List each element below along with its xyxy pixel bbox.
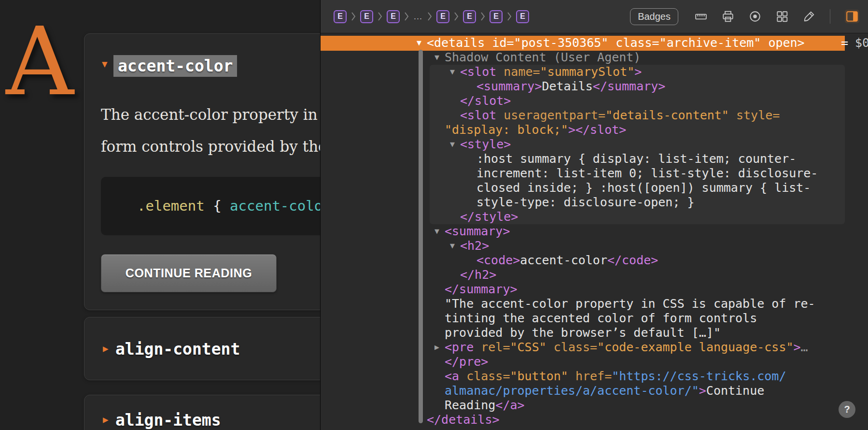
element-badge-icon[interactable]: E	[463, 10, 476, 23]
help-button[interactable]: ?	[839, 401, 855, 418]
dom-tree-row[interactable]: :host summary { display: list-item; coun…	[321, 152, 868, 166]
dom-tree-row[interactable]: </h2>	[321, 268, 868, 282]
breadcrumb: EEE…EEEE	[334, 10, 529, 23]
dom-tree-row[interactable]: ▼<summary>	[321, 224, 868, 239]
dom-tree-row-text: tinting the accented color of form contr…	[445, 311, 757, 326]
dom-tree-row-text: <details id="post-350365" class="archive…	[427, 36, 805, 50]
disclosure-expanded-icon[interactable]: ▼	[434, 50, 439, 65]
devtools-toolbar: EEE…EEEE Badges	[321, 0, 868, 33]
dom-tree-row[interactable]: ▼Shadow Content (User Agent)	[321, 50, 868, 65]
breadcrumb-ellipsis[interactable]: …	[413, 11, 423, 22]
sidebar-toggle-icon[interactable]	[845, 10, 859, 23]
dom-tree-row[interactable]: <a class="button" href="https://css-tric…	[321, 369, 868, 384]
grid-icon[interactable]	[776, 10, 788, 23]
toolbar-icon-group	[695, 9, 859, 24]
dom-tree-row-text: </h2>	[460, 268, 496, 282]
dom-tree-row-text: <a class="button" href="https://css-tric…	[445, 369, 786, 384]
dom-tree-row-text: </summary>	[445, 282, 518, 297]
dom-tree-row[interactable]: "The accent-color property in CSS is cap…	[321, 297, 868, 311]
disclosure-expanded-icon[interactable]: ▼	[450, 137, 455, 152]
dom-tree-row-text: </pre>	[445, 355, 488, 369]
dom-tree-row[interactable]: Reading</a>	[321, 398, 868, 413]
dom-tree-row[interactable]: </pre>	[321, 355, 868, 369]
brush-icon[interactable]	[803, 10, 815, 23]
dom-tree-row[interactable]: style-type: disclosure-open; }	[321, 195, 868, 210]
dom-tree-row-text: </details>	[427, 413, 500, 427]
dom-tree-row-text: Reading</a>	[445, 398, 525, 413]
element-badge-icon[interactable]: E	[516, 10, 529, 23]
badges-button[interactable]: Badges	[630, 8, 678, 25]
dom-tree-row[interactable]: <summary>Details</summary>	[321, 79, 868, 94]
dom-tree-row-text: <code>accent-color</code>	[476, 253, 658, 268]
breadcrumb-separator-icon	[480, 11, 485, 22]
dom-tree-row-text: increment: list-item 0; list-style: disc…	[476, 166, 818, 181]
dom-tree-row-text: <style>	[460, 137, 511, 152]
element-badge-icon[interactable]: E	[490, 10, 503, 23]
dom-tree-row-text: Shadow Content (User Agent)	[445, 50, 641, 65]
disclosure-expanded-icon[interactable]: ▼	[434, 224, 439, 239]
dom-tree-row[interactable]: closed inside; } :host([open]) summary {…	[321, 181, 868, 195]
devtools-panel: EEE…EEEE Badges	[320, 0, 868, 430]
dom-tree-row[interactable]: </details>	[321, 413, 868, 427]
breadcrumb-separator-icon	[378, 11, 382, 22]
dom-tree-row[interactable]: </summary>	[321, 282, 868, 297]
dom-tree-row-selected[interactable]: ▼<details id="post-350365" class="archiv…	[321, 36, 845, 51]
element-badge-icon[interactable]: E	[387, 10, 400, 23]
breadcrumb-separator-icon	[351, 11, 356, 22]
continue-reading-button[interactable]: CONTINUE READING	[101, 254, 277, 292]
dom-tree-row[interactable]: ▼<h2>	[321, 239, 868, 253]
dom-tree-row-text: </style>	[460, 210, 518, 224]
dom-tree-row-text: <h2>	[460, 239, 489, 253]
dom-tree-row-text: style-type: disclosure-open; }	[476, 195, 695, 210]
code-selector: .element	[137, 198, 205, 214]
dom-tree-row-text: </slot>	[460, 94, 511, 108]
dom-tree-row-text: <slot name="summarySlot">	[460, 65, 642, 79]
section-letter: A	[6, 14, 74, 109]
disclosure-expanded-icon[interactable]: ▼	[417, 36, 421, 50]
dom-tree-row[interactable]: </style>	[321, 210, 868, 224]
breadcrumb-separator-icon	[404, 11, 409, 22]
card-title[interactable]: align-content	[115, 340, 240, 358]
details-marker-icon[interactable]: ▶	[103, 344, 109, 353]
dom-tree-row-text: <pre rel="CSS" class="code-example langu…	[445, 340, 808, 355]
details-marker-icon[interactable]: ▼	[102, 60, 108, 69]
dom-tree-row[interactable]: "display: block;"></slot>	[321, 123, 868, 137]
dom-tree-row-text: provided by the browser’s default […]"	[445, 326, 721, 340]
card-title[interactable]: accent-color	[113, 55, 237, 77]
details-marker-icon[interactable]: ▶	[103, 416, 109, 424]
dom-tree-row-text: <slot useragentpart="details-content" st…	[460, 108, 780, 123]
element-badge-icon[interactable]: E	[436, 10, 449, 23]
dom-tree-row[interactable]: provided by the browser’s default […]"	[321, 326, 868, 340]
disclosure-expanded-icon[interactable]: ▼	[450, 65, 455, 79]
dom-tree: ▼<details id="post-350365" class="archiv…	[321, 34, 868, 430]
dom-tree-row[interactable]: increment: list-item 0; list-style: disc…	[321, 166, 868, 181]
breadcrumb-separator-icon	[507, 11, 512, 22]
printer-icon[interactable]	[722, 10, 734, 23]
dom-tree-row[interactable]: <slot useragentpart="details-content" st…	[321, 108, 868, 123]
dom-tree-row[interactable]: almanac/properties/a/accent-color/">Cont…	[321, 384, 868, 398]
disclosure-expanded-icon[interactable]: ▼	[450, 239, 455, 253]
dom-tree-row[interactable]: <code>accent-color</code>	[321, 253, 868, 268]
ruler-icon[interactable]	[695, 10, 707, 23]
code-brace: {	[205, 198, 230, 214]
card-title[interactable]: align-items	[115, 411, 221, 430]
tree-scrollbar[interactable]	[419, 50, 423, 423]
dom-tree-row-text: "The accent-color property in CSS is cap…	[445, 297, 815, 311]
dom-tree-row[interactable]: ▼<slot name="summarySlot">	[321, 65, 868, 79]
disclosure-collapsed-icon[interactable]: ▶	[434, 340, 439, 355]
contrast-icon[interactable]	[749, 10, 761, 23]
breadcrumb-separator-icon	[427, 11, 432, 22]
dom-tree-row-text: closed inside; } :host([open]) summary {…	[476, 181, 811, 195]
dom-tree-row-text: <summary>Details</summary>	[476, 79, 665, 94]
breadcrumb-separator-icon	[454, 11, 459, 22]
toolbar-separator	[830, 9, 830, 24]
dom-tree-row-text: <summary>	[445, 224, 510, 239]
dom-tree-row[interactable]: ▼<style>	[321, 137, 868, 152]
dom-tree-row[interactable]: </slot>	[321, 94, 868, 108]
element-badge-icon[interactable]: E	[360, 10, 373, 23]
dom-tree-row[interactable]: ▶<pre rel="CSS" class="code-example lang…	[321, 340, 868, 355]
element-badge-icon[interactable]: E	[334, 10, 347, 23]
dom-tree-row-text: almanac/properties/a/accent-color/">Cont…	[445, 384, 764, 398]
dom-tree-row[interactable]: tinting the accented color of form contr…	[321, 311, 868, 326]
dom-tree-row-text: "display: block;"></slot>	[445, 123, 626, 137]
